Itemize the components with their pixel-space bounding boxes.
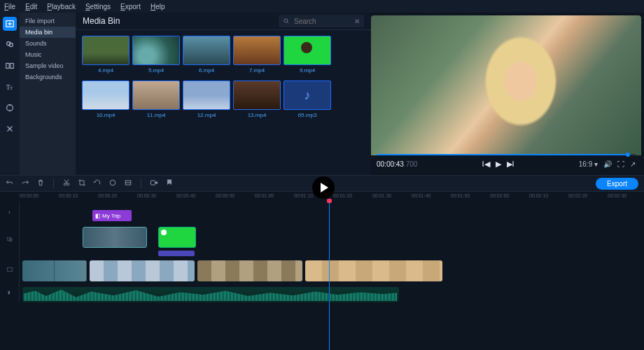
more-tools-icon[interactable] [3, 122, 17, 136]
filelist-import[interactable]: File import [20, 15, 76, 27]
clip-thumb [132, 80, 180, 110]
svg-point-9 [64, 183, 66, 186]
media-clip[interactable]: 5.mp4 [133, 36, 179, 76]
clip-label: 13.mp4 [248, 112, 267, 118]
media-clip[interactable]: 13.mp4 [234, 80, 280, 121]
clip-thumb [132, 36, 180, 65]
fullscreen-icon[interactable]: ⛶ [617, 160, 624, 168]
clip-label: 10.mp4 [97, 112, 115, 118]
svg-rect-3 [6, 64, 9, 69]
search-icon [283, 18, 290, 24]
delete-icon[interactable] [36, 178, 45, 188]
clip-label: 5.mp4 [148, 67, 164, 74]
video-clip-4[interactable] [305, 260, 442, 281]
filelist-music[interactable]: Music [20, 49, 76, 60]
menu-export[interactable]: Export [120, 3, 141, 10]
menu-edit[interactable]: Edit [25, 3, 37, 10]
clip-label: 12.mp4 [197, 112, 216, 118]
svg-rect-4 [10, 64, 13, 69]
ruler-tick: 00:00:50 [216, 193, 234, 198]
filelist-backgrounds[interactable]: Backgrounds [20, 71, 76, 83]
filelist-sounds[interactable]: Sounds [20, 38, 76, 49]
timeline-tracks[interactable]: ◧My Trip [20, 202, 644, 350]
color-icon[interactable] [108, 178, 117, 188]
pip-clip-2[interactable] [158, 227, 196, 248]
preview-panel: 00:00:43.700 I◀ ▶ ▶I 16:9 ▾ 🔊 ⛶ ↗ [371, 15, 641, 172]
search-box[interactable]: ✕ [279, 15, 364, 27]
clip-thumb [82, 80, 130, 110]
media-clip[interactable]: 10.mp4 [83, 80, 129, 121]
track-head-pip[interactable] [0, 223, 20, 256]
clip-props-icon[interactable] [124, 178, 132, 188]
search-input[interactable] [293, 17, 351, 26]
rotate-icon[interactable] [93, 178, 102, 188]
media-clip[interactable]: 6.mp4 [183, 36, 230, 76]
ruler-tick: 00:00:40 [176, 193, 195, 198]
preview-scrubber[interactable] [377, 154, 636, 157]
clip-thumb [183, 80, 230, 110]
filelist-mediabin[interactable]: Media bin [20, 27, 76, 38]
marker-icon[interactable] [165, 178, 174, 188]
video-clip-3[interactable] [197, 260, 302, 281]
overlay-play-button[interactable] [312, 176, 335, 199]
ruler-tick: 00:01:00 [255, 193, 274, 198]
popout-icon[interactable]: ↗ [630, 160, 636, 168]
video-clip-1[interactable] [22, 260, 87, 281]
aspect-ratio-button[interactable]: 16:9 ▾ [579, 160, 598, 168]
clip-label: 11.mp4 [147, 112, 166, 118]
export-button[interactable]: Export [596, 178, 638, 190]
ruler-tick: 00:00:10 [59, 193, 78, 198]
ruler-tick: 00:00:30 [137, 193, 156, 198]
menubar: File Edit Playback Settings Export Help [0, 0, 644, 13]
filters-icon[interactable] [3, 38, 17, 52]
clip-thumb [82, 36, 130, 65]
media-panel: Media Bin ✕ 4.mp45.mp46.mp47.mp49.mp410.… [76, 13, 371, 175]
record-icon[interactable] [150, 178, 158, 188]
media-clip[interactable]: ♪65.mp3 [284, 80, 330, 121]
clear-search-icon[interactable]: ✕ [354, 18, 360, 25]
track-head-audio[interactable] [0, 283, 20, 302]
next-frame-icon[interactable]: ▶I [507, 160, 514, 169]
playhead[interactable] [329, 202, 330, 350]
redo-icon[interactable] [21, 178, 29, 188]
media-clip[interactable]: 11.mp4 [133, 80, 179, 121]
menu-help[interactable]: Help [150, 3, 165, 10]
track-head-video[interactable] [0, 256, 20, 283]
media-clip[interactable]: 4.mp4 [83, 36, 129, 76]
media-clip[interactable]: 7.mp4 [234, 36, 280, 76]
title-clip[interactable]: ◧My Trip [92, 210, 132, 221]
crop-icon[interactable] [78, 178, 86, 188]
audio-clip[interactable] [22, 287, 399, 302]
preview-viewport[interactable] [371, 15, 641, 155]
import-icon[interactable] [3, 17, 17, 31]
undo-icon[interactable] [6, 178, 14, 188]
clip-thumb [233, 36, 281, 65]
menu-file[interactable]: File [4, 3, 15, 10]
ruler-tick: 00:01:10 [294, 193, 313, 198]
keyframes-icon[interactable] [3, 101, 17, 115]
pip-clip-1[interactable] [83, 227, 147, 248]
media-clip[interactable]: 9.mp4 [284, 36, 330, 76]
prev-frame-icon[interactable]: I◀ [482, 160, 490, 169]
menu-playback[interactable]: Playback [47, 3, 76, 10]
clip-label: 6.mp4 [199, 67, 214, 74]
preview-timecode: 00:00:43.700 [377, 160, 417, 168]
clip-label: 4.mp4 [98, 67, 113, 74]
transitions-icon[interactable] [3, 59, 17, 73]
cut-icon[interactable] [62, 178, 71, 188]
file-list: File import Media bin Sounds Music Sampl… [20, 13, 76, 175]
clip-thumb [284, 36, 331, 65]
pip-link-clip[interactable] [158, 251, 195, 256]
volume-icon[interactable]: 🔊 [603, 160, 612, 168]
timeline: T ◧My Trip [0, 202, 644, 350]
play-icon[interactable]: ▶ [496, 160, 501, 169]
track-head-title[interactable]: T [0, 202, 20, 223]
video-clip-2[interactable] [90, 260, 195, 281]
filelist-samplevideo[interactable]: Sample video [20, 60, 76, 71]
media-clip[interactable]: 12.mp4 [183, 80, 230, 121]
menu-settings[interactable]: Settings [85, 3, 111, 10]
clip-label: 9.mp4 [300, 67, 315, 74]
svg-rect-17 [7, 268, 13, 272]
ruler-tick: 00:02:30 [608, 193, 626, 198]
titles-icon[interactable]: TT [3, 80, 17, 94]
